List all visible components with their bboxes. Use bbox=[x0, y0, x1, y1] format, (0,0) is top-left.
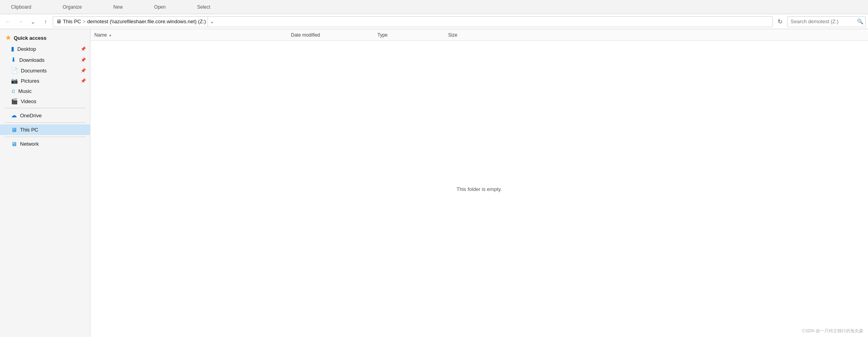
sidebar-item-documents[interactable]: 📄 Documents 📌 bbox=[0, 65, 90, 76]
address-dropdown-button[interactable]: ⌄ bbox=[208, 16, 216, 27]
search-input[interactable] bbox=[787, 16, 866, 27]
sidebar-divider-2 bbox=[5, 122, 85, 123]
file-content-empty: This folder is empty. bbox=[90, 41, 868, 337]
network-icon: 🖥 bbox=[11, 141, 17, 147]
path-this-pc: This PC bbox=[63, 19, 81, 24]
col-header-date[interactable]: Date modified bbox=[291, 32, 377, 38]
documents-icon: 📄 bbox=[11, 67, 18, 74]
desktop-icon: ▮ bbox=[11, 45, 14, 52]
downloads-icon: ⬇ bbox=[11, 56, 16, 63]
address-bar: ← → ⌄ ↑ 🖥 This PC > demotest (\\azurefil… bbox=[0, 14, 868, 29]
watermark: CSDN @一只特立独行的兔先森 bbox=[802, 328, 863, 334]
main-layout: ★ Quick access ▮ Desktop 📌 ⬇ Downloads 📌… bbox=[0, 29, 868, 337]
refresh-icon: ↻ bbox=[778, 18, 783, 25]
toolbar: Clipboard Organize New Open Select bbox=[0, 0, 868, 14]
thispc-icon: 🖥 bbox=[11, 126, 17, 133]
sidebar-divider-1 bbox=[5, 108, 85, 108]
up-button[interactable]: ↑ bbox=[40, 16, 51, 27]
pin-icon-documents: 📌 bbox=[81, 68, 86, 73]
sidebar-item-desktop[interactable]: ▮ Desktop 📌 bbox=[0, 43, 90, 54]
toolbar-open: Open bbox=[146, 4, 173, 10]
quick-access-icon: ★ bbox=[6, 34, 11, 41]
sidebar: ★ Quick access ▮ Desktop 📌 ⬇ Downloads 📌… bbox=[0, 29, 90, 337]
sidebar-divider-3 bbox=[5, 137, 85, 137]
pin-icon-downloads: 📌 bbox=[81, 57, 86, 63]
sidebar-item-music[interactable]: ♫ Music bbox=[0, 86, 90, 96]
path-sep-1: > bbox=[83, 19, 86, 24]
sidebar-item-onedrive[interactable]: ☁ OneDrive bbox=[0, 110, 90, 121]
back-button[interactable]: ← bbox=[2, 16, 13, 27]
pin-icon-desktop: 📌 bbox=[81, 46, 86, 52]
search-wrapper: 🔍 bbox=[787, 16, 866, 27]
toolbar-select: Select bbox=[189, 4, 218, 10]
pictures-icon: 📷 bbox=[11, 78, 18, 84]
sidebar-item-thispc[interactable]: 🖥 This PC bbox=[0, 124, 90, 135]
sidebar-item-pictures[interactable]: 📷 Pictures 📌 bbox=[0, 76, 90, 86]
up-icon: ↑ bbox=[44, 19, 47, 25]
pin-icon-pictures: 📌 bbox=[81, 78, 86, 83]
toolbar-clipboard: Clipboard bbox=[3, 4, 39, 10]
recent-locations-button[interactable]: ⌄ bbox=[28, 16, 39, 27]
address-path-bar[interactable]: 🖥 This PC > demotest (\\azurefileshaer.f… bbox=[53, 16, 773, 27]
videos-icon: 🎬 bbox=[11, 98, 18, 104]
chevron-down-small-icon: ⌄ bbox=[210, 19, 214, 24]
forward-icon: → bbox=[18, 19, 23, 25]
col-header-type[interactable]: Type bbox=[377, 32, 448, 38]
chevron-down-icon: ⌄ bbox=[31, 19, 35, 25]
sidebar-item-network[interactable]: 🖥 Network bbox=[0, 139, 90, 149]
column-headers: Name ▲ Date modified Type Size bbox=[90, 29, 868, 41]
sidebar-item-videos[interactable]: 🎬 Videos bbox=[0, 96, 90, 106]
sort-arrow-name: ▲ bbox=[108, 33, 112, 37]
col-header-size[interactable]: Size bbox=[448, 32, 495, 38]
music-icon: ♫ bbox=[11, 88, 15, 94]
toolbar-organize: Organize bbox=[55, 4, 90, 10]
sidebar-quick-access[interactable]: ★ Quick access bbox=[0, 32, 90, 43]
back-icon: ← bbox=[5, 19, 11, 25]
path-demotest: demotest (\\azurefileshaer.file.core.win… bbox=[87, 19, 206, 24]
onedrive-icon: ☁ bbox=[11, 112, 17, 119]
sidebar-item-downloads[interactable]: ⬇ Downloads 📌 bbox=[0, 54, 90, 65]
forward-button[interactable]: → bbox=[15, 16, 26, 27]
col-header-name[interactable]: Name ▲ bbox=[94, 32, 291, 38]
empty-folder-message: This folder is empty. bbox=[456, 186, 502, 192]
this-pc-icon: 🖥 bbox=[56, 19, 61, 24]
file-area: Name ▲ Date modified Type Size This fold… bbox=[90, 29, 868, 337]
refresh-button[interactable]: ↻ bbox=[774, 16, 785, 27]
toolbar-new: New bbox=[105, 4, 131, 10]
